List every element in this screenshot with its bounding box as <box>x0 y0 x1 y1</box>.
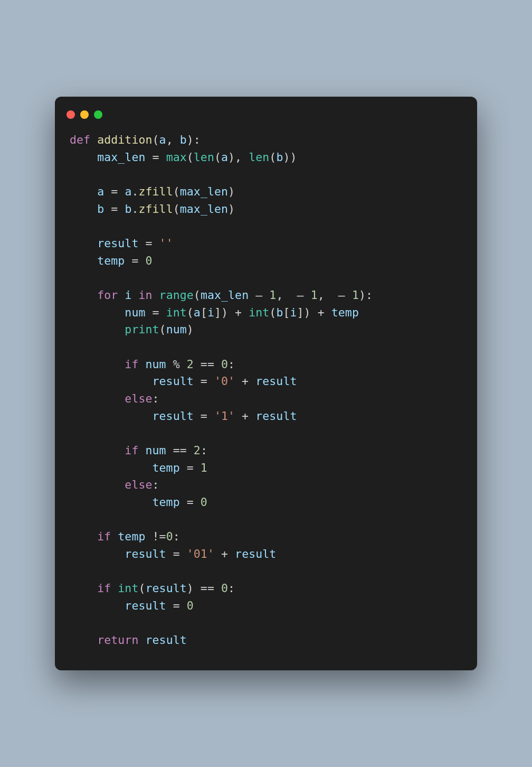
indent <box>70 185 97 198</box>
lbracket: [ <box>201 306 207 319</box>
rparen: ) <box>228 185 235 198</box>
var-result: result <box>255 375 297 388</box>
builtin-range: range <box>159 288 194 302</box>
assign: = <box>104 185 125 198</box>
num-0: 0 <box>201 495 207 509</box>
colon: : <box>194 133 201 146</box>
assign: = <box>146 151 166 164</box>
comma: , <box>166 133 180 146</box>
builtin-len: len <box>249 151 269 164</box>
var-result: result <box>255 409 297 423</box>
keyword-def: def <box>70 133 90 146</box>
assign: = <box>138 237 159 250</box>
var-maxlen: max_len <box>180 185 228 198</box>
colon: : <box>173 530 180 543</box>
rparen: ) <box>290 151 297 164</box>
string-empty: '' <box>159 237 173 250</box>
var-maxlen: max_len <box>97 151 145 164</box>
method-zfill: zfill <box>138 185 173 198</box>
function-name: addition <box>97 133 152 146</box>
indent <box>70 392 125 405</box>
var-result: result <box>153 409 194 423</box>
num-2: 2 <box>194 444 201 457</box>
indent <box>70 409 153 423</box>
assign: = <box>166 547 187 560</box>
space <box>90 133 97 146</box>
lparen: ( <box>187 306 194 319</box>
assign: = <box>180 495 201 509</box>
lparen: ( <box>173 185 180 198</box>
num-1: 1 <box>201 461 207 474</box>
plus: + <box>214 547 235 560</box>
code-window: def addition(a, b): max_len = max(len(a)… <box>55 97 477 670</box>
colon: : <box>228 358 235 371</box>
indent <box>70 151 97 164</box>
var-a: a <box>221 151 228 164</box>
indent <box>70 375 153 388</box>
num-1: 1 <box>311 288 318 302</box>
minimize-icon[interactable] <box>80 110 89 119</box>
string-1: '1' <box>214 409 235 423</box>
var-a: a <box>125 185 131 198</box>
builtin-int: int <box>118 582 138 595</box>
num-0: 0 <box>221 358 228 371</box>
plus: + <box>235 409 255 423</box>
builtin-max: max <box>166 151 187 164</box>
rparen: ) <box>228 202 235 216</box>
var-result: result <box>125 547 166 560</box>
var-a: a <box>97 185 104 198</box>
var-maxlen: max_len <box>180 202 228 216</box>
num-0: 0 <box>221 582 228 595</box>
param-b: b <box>180 133 187 146</box>
builtin-print: print <box>125 323 159 336</box>
maximize-icon[interactable] <box>94 110 102 119</box>
builtin-int: int <box>166 306 187 319</box>
space <box>138 358 145 371</box>
rbracket: ] <box>297 306 304 319</box>
keyword-in: in <box>138 288 152 302</box>
var-temp: temp <box>153 461 180 474</box>
keyword-if: if <box>97 582 111 595</box>
var-temp: temp <box>97 254 125 267</box>
ne: != <box>146 530 166 543</box>
close-icon[interactable] <box>66 110 75 119</box>
var-result: result <box>153 375 194 388</box>
colon: : <box>228 582 235 595</box>
space <box>111 530 118 543</box>
indent <box>70 237 97 250</box>
space <box>111 582 118 595</box>
var-result: result <box>146 582 187 595</box>
space <box>138 633 145 647</box>
lparen: ( <box>194 288 201 302</box>
keyword-if: if <box>125 444 138 457</box>
var-result: result <box>125 599 166 612</box>
indent <box>70 582 97 595</box>
assign: = <box>166 599 187 612</box>
var-result: result <box>235 547 276 560</box>
var-i: i <box>207 306 214 319</box>
rparen: ) <box>187 323 194 336</box>
assign: = <box>146 306 166 319</box>
indent <box>70 530 97 543</box>
colon: : <box>153 392 159 405</box>
assign: = <box>194 409 214 423</box>
lparen: ( <box>214 151 221 164</box>
var-temp: temp <box>331 306 359 319</box>
indent <box>70 495 153 509</box>
rbracket: ] <box>214 306 221 319</box>
num-1: 1 <box>269 288 276 302</box>
keyword-for: for <box>97 288 118 302</box>
var-b: b <box>97 202 104 216</box>
indent <box>70 599 125 612</box>
var-b: b <box>276 306 283 319</box>
rparen: ) <box>359 288 366 302</box>
string-0: '0' <box>214 375 235 388</box>
indent <box>70 444 125 457</box>
space <box>131 288 138 302</box>
code-editor: def addition(a, b): max_len = max(len(a)… <box>55 128 477 654</box>
keyword-else: else <box>125 392 152 405</box>
space <box>118 288 125 302</box>
plus: + <box>311 306 331 319</box>
keyword-if: if <box>125 358 138 371</box>
space <box>153 288 159 302</box>
